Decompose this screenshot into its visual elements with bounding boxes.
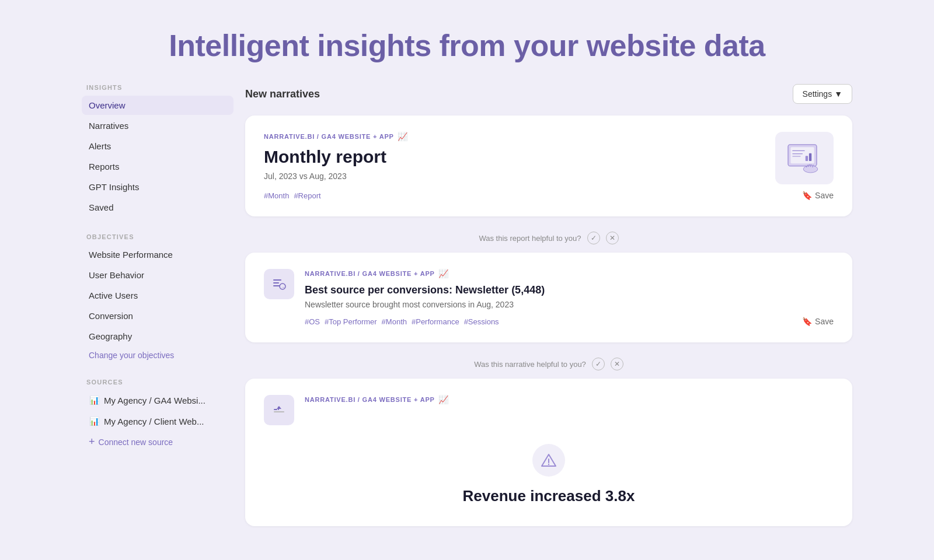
best-source-card: → NARRATIVE.BI / GA4 WEBSITE + APP 📈 Bes…	[245, 253, 852, 342]
sidebar-item-label: Geography	[89, 331, 132, 341]
section-title: New narratives	[245, 88, 320, 100]
card3-source-label: NARRATIVE.BI / GA4 WEBSITE + APP 📈	[305, 395, 834, 404]
svg-rect-12	[273, 279, 281, 281]
thumbs-up-icon-2[interactable]: ✓	[592, 358, 605, 370]
sidebar-item-gpt-insights[interactable]: GPT Insights	[82, 177, 234, 197]
tag-top-performer: #Top Performer	[325, 317, 377, 326]
objectives-section-label: OBJECTIVES	[86, 233, 234, 240]
svg-rect-19	[274, 411, 284, 412]
chevron-down-icon: ▼	[834, 89, 842, 99]
sidebar-item-label: Website Performance	[89, 250, 173, 260]
sidebar-item-label: Conversion	[89, 311, 133, 321]
content-header: New narratives Settings ▼	[245, 84, 852, 104]
change-objectives-link[interactable]: Change your objectives	[82, 348, 234, 362]
page-title: Intelligent insights from your website d…	[0, 28, 934, 63]
sidebar-item-label: My Agency / GA4 Websi...	[104, 396, 205, 405]
sidebar-item-active-users[interactable]: Active Users	[82, 286, 234, 305]
sidebar-item-narratives[interactable]: Narratives	[82, 116, 234, 135]
tag-sessions: #Sessions	[464, 317, 499, 326]
sidebar-item-label: Saved	[89, 202, 114, 212]
svg-line-10	[811, 164, 811, 167]
sidebar-item-label: Narratives	[89, 121, 128, 131]
card1-save-button[interactable]: 🔖 Save	[802, 191, 834, 200]
sidebar-item-label: Overview	[89, 100, 126, 110]
revenue-card: NARRATIVE.BI / GA4 WEBSITE + APP 📈 Reven…	[245, 379, 852, 526]
svg-rect-5	[806, 156, 808, 161]
bar-chart-icon: 📊	[89, 395, 99, 405]
sources-section-label: SOURCES	[86, 379, 234, 386]
svg-point-21	[548, 464, 549, 465]
feedback-text-2: Was this narrative helpful to you?	[474, 360, 586, 369]
connect-source-label: Connect new source	[99, 438, 173, 447]
card2-tags: #OS #Top Performer #Month #Performance #…	[305, 317, 834, 326]
warning-svg	[540, 452, 557, 469]
sidebar-item-label: GPT Insights	[89, 182, 139, 192]
sidebar-section-objectives: OBJECTIVES Website Performance User Beha…	[82, 233, 234, 362]
sidebar-section-sources: SOURCES 📊 My Agency / GA4 Websi... 📊 My …	[82, 379, 234, 450]
sidebar-item-alerts[interactable]: Alerts	[82, 136, 234, 156]
card2-description: Newsletter source brought most conversio…	[305, 300, 834, 309]
thumbs-up-icon[interactable]: ✓	[587, 232, 600, 244]
trending-up-icon-2: 📈	[438, 269, 449, 278]
sidebar-item-conversion[interactable]: Conversion	[82, 306, 234, 326]
revenue-card-icon	[264, 395, 294, 425]
card2-source-label: NARRATIVE.BI / GA4 WEBSITE + APP 📈	[305, 269, 834, 278]
thumbs-down-icon-2[interactable]: ✕	[611, 358, 623, 370]
card2-title: Best source per conversions: Newsletter …	[305, 284, 834, 296]
sidebar-item-overview[interactable]: Overview	[82, 96, 234, 115]
insights-section-label: INSIGHTS	[86, 84, 234, 91]
sidebar-item-label: Alerts	[89, 141, 111, 151]
card2-save-button[interactable]: 🔖 Save	[802, 317, 834, 326]
sidebar-item-label: Reports	[89, 162, 120, 172]
tag-month: #Month	[264, 191, 289, 200]
svg-rect-14	[273, 285, 280, 286]
card1-subtitle: Jul, 2023 vs Aug, 2023	[264, 172, 764, 181]
sidebar-item-saved[interactable]: Saved	[82, 198, 234, 217]
card3-title: Revenue increased 3.8x	[264, 487, 834, 505]
svg-rect-13	[273, 282, 279, 284]
connect-source-button[interactable]: + Connect new source	[82, 433, 234, 450]
sidebar-item-reports[interactable]: Reports	[82, 157, 234, 176]
tag-report: #Report	[294, 191, 320, 200]
sidebar-item-user-behavior[interactable]: User Behavior	[82, 265, 234, 285]
sidebar-item-label: My Agency / Client Web...	[104, 416, 204, 426]
main-content: New narratives Settings ▼ NARRATIVE.BI /…	[245, 84, 852, 533]
page-header: Intelligent insights from your website d…	[0, 0, 934, 84]
monthly-report-illustration	[775, 132, 834, 184]
monthly-report-card: NARRATIVE.BI / GA4 WEBSITE + APP 📈 Month…	[245, 116, 852, 216]
sidebar-item-website-performance[interactable]: Website Performance	[82, 245, 234, 264]
sidebar-item-source-2[interactable]: 📊 My Agency / Client Web...	[82, 411, 234, 431]
bookmark-icon-2: 🔖	[802, 317, 812, 326]
card1-title: Monthly report	[264, 147, 764, 167]
tag-month2: #Month	[382, 317, 407, 326]
settings-label: Settings	[803, 89, 832, 99]
narrative-card-icon: →	[264, 269, 294, 299]
svg-rect-6	[809, 153, 811, 160]
sidebar: INSIGHTS Overview Narratives Alerts Repo…	[82, 84, 245, 533]
arrow-icon-svg	[271, 402, 287, 418]
svg-line-11	[813, 164, 813, 167]
sidebar-item-source-1[interactable]: 📊 My Agency / GA4 Websi...	[82, 390, 234, 410]
card1-tags: #Month #Report	[264, 191, 764, 200]
feedback-bar-1: Was this report helpful to you? ✓ ✕	[245, 223, 852, 253]
thumbs-down-icon[interactable]: ✕	[606, 232, 619, 244]
trending-up-icon-3: 📈	[438, 395, 449, 404]
sidebar-item-geography[interactable]: Geography	[82, 327, 234, 346]
settings-button[interactable]: Settings ▼	[793, 84, 852, 104]
tag-performance: #Performance	[412, 317, 459, 326]
device-svg	[784, 139, 825, 177]
trending-up-icon: 📈	[398, 132, 408, 141]
plus-icon: +	[89, 436, 95, 448]
bar-chart-icon: 📊	[89, 416, 99, 426]
sidebar-section-insights: INSIGHTS Overview Narratives Alerts Repo…	[82, 84, 234, 217]
svg-rect-17	[274, 409, 277, 410]
sidebar-item-label: User Behavior	[89, 270, 144, 280]
bookmark-icon: 🔖	[802, 191, 812, 200]
warning-icon	[532, 444, 565, 477]
svg-text:→: →	[281, 285, 285, 289]
sidebar-item-label: Active Users	[89, 290, 138, 300]
card1-source-label: NARRATIVE.BI / GA4 WEBSITE + APP 📈	[264, 132, 764, 141]
feedback-text-1: Was this report helpful to you?	[479, 234, 581, 243]
list-icon-svg: →	[271, 276, 287, 292]
tag-os: #OS	[305, 317, 320, 326]
